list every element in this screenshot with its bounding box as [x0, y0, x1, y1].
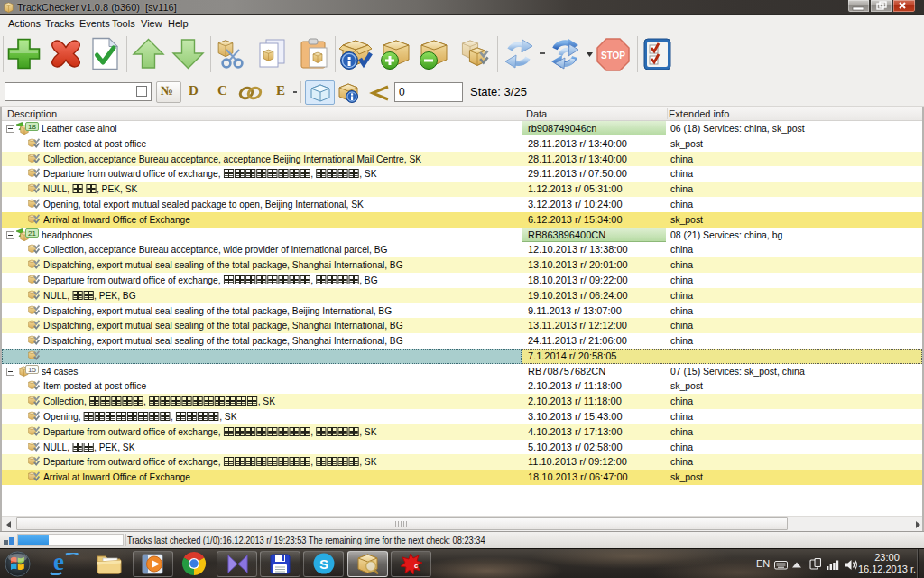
svg-text:S: S — [319, 556, 328, 572]
svg-text:c: c — [414, 562, 419, 570]
svg-text:STOP: STOP — [601, 51, 625, 61]
